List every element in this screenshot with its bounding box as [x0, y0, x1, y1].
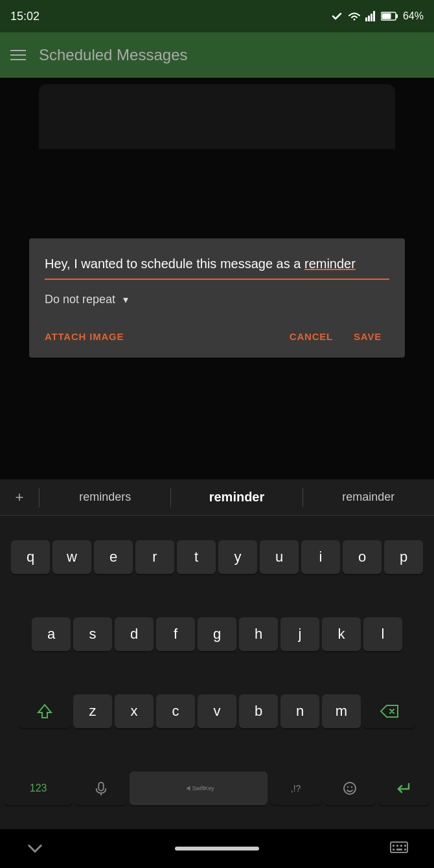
- key-rows: q w e r t y u i o p a s d f g h j k l: [0, 516, 434, 829]
- return-icon: [396, 781, 413, 795]
- dialog-message-text[interactable]: Hey, I wanted to schedule this message a…: [45, 254, 389, 273]
- key-j[interactable]: j: [280, 617, 319, 651]
- suggestion-right[interactable]: remainder: [303, 490, 434, 504]
- shift-key[interactable]: [19, 694, 71, 728]
- svg-rect-13: [391, 842, 407, 852]
- app-bar: Scheduled Messages: [0, 32, 434, 78]
- key-c[interactable]: c: [156, 694, 195, 728]
- mic-key[interactable]: [75, 771, 127, 805]
- svg-point-10: [344, 782, 356, 794]
- compose-dialog: Hey, I wanted to schedule this message a…: [29, 238, 405, 358]
- key-v[interactable]: v: [198, 694, 236, 728]
- svg-rect-0: [365, 17, 367, 21]
- svg-rect-2: [371, 14, 372, 21]
- svg-rect-19: [396, 849, 402, 851]
- page-title: Scheduled Messages: [39, 46, 187, 64]
- key-e[interactable]: e: [94, 540, 133, 574]
- svg-rect-1: [368, 16, 370, 21]
- backspace-key[interactable]: [363, 694, 415, 728]
- key-l[interactable]: l: [363, 617, 402, 651]
- home-pill[interactable]: [175, 847, 259, 851]
- key-p[interactable]: p: [384, 540, 423, 574]
- key-y[interactable]: y: [218, 540, 257, 574]
- dropdown-arrow-icon: ▾: [123, 293, 128, 306]
- svg-rect-14: [393, 845, 394, 847]
- bottom-nav-bar: [0, 829, 434, 868]
- attach-image-button[interactable]: ATTACH IMAGE: [45, 326, 124, 347]
- suggestion-center[interactable]: reminder: [171, 490, 302, 505]
- svg-rect-5: [396, 14, 398, 18]
- chevron-down-icon: [26, 839, 44, 858]
- key-k[interactable]: k: [322, 617, 361, 651]
- key-row-4: 123 SwiftKey ,!?: [0, 749, 434, 827]
- key-row-1: q w e r t y u i o p: [0, 518, 434, 595]
- main-area: Hey, I wanted to schedule this message a…: [0, 78, 434, 479]
- key-a[interactable]: a: [32, 617, 71, 651]
- dialog-actions: ATTACH IMAGE CANCEL SAVE: [45, 326, 389, 347]
- backspace-icon: [380, 704, 399, 718]
- status-bar: 15:02 64%: [0, 0, 434, 32]
- space-key[interactable]: SwiftKey: [130, 771, 268, 805]
- swiftkey-logo-icon: SwiftKey: [182, 783, 214, 794]
- key-s[interactable]: s: [73, 617, 112, 651]
- battery-percent: 64%: [403, 10, 424, 22]
- mic-icon: [94, 781, 108, 795]
- svg-rect-18: [393, 849, 394, 851]
- key-m[interactable]: m: [322, 694, 361, 728]
- key-row-3: z x c v b n m: [0, 672, 434, 749]
- status-time: 15:02: [10, 10, 40, 23]
- key-q[interactable]: q: [11, 540, 50, 574]
- key-n[interactable]: n: [280, 694, 319, 728]
- hamburger-menu-button[interactable]: [10, 50, 26, 60]
- suggestions-bar: + reminders reminder remainder: [0, 479, 434, 516]
- svg-rect-15: [396, 845, 398, 847]
- enter-key[interactable]: [378, 771, 430, 805]
- cancel-button[interactable]: CANCEL: [282, 326, 341, 347]
- key-f[interactable]: f: [156, 617, 195, 651]
- svg-rect-17: [404, 845, 406, 847]
- svg-rect-16: [400, 845, 402, 847]
- key-w[interactable]: w: [52, 540, 91, 574]
- signal-icon: [365, 11, 377, 21]
- number-mode-key[interactable]: 123: [4, 771, 73, 805]
- input-underline: [45, 279, 389, 280]
- key-d[interactable]: d: [115, 617, 154, 651]
- key-i[interactable]: i: [301, 540, 340, 574]
- repeat-selector-row[interactable]: Do not repeat ▾: [45, 293, 389, 306]
- collapse-keyboard-button[interactable]: [26, 839, 44, 858]
- wifi-icon: [347, 11, 361, 21]
- key-h[interactable]: h: [239, 617, 278, 651]
- svg-rect-3: [373, 11, 375, 21]
- keyboard-toggle-button[interactable]: [390, 841, 408, 856]
- svg-text:SwiftKey: SwiftKey: [192, 785, 214, 792]
- notification-icon: [330, 10, 343, 23]
- key-x[interactable]: x: [115, 694, 154, 728]
- svg-rect-20: [404, 849, 406, 851]
- battery-icon: [381, 11, 399, 21]
- keyboard-toggle-icon: [390, 841, 408, 856]
- key-b[interactable]: b: [239, 694, 278, 728]
- key-u[interactable]: u: [260, 540, 299, 574]
- shift-icon: [36, 702, 54, 720]
- key-row-2: a s d f g h j k l: [0, 595, 434, 672]
- key-g[interactable]: g: [198, 617, 236, 651]
- svg-point-11: [347, 786, 348, 787]
- svg-rect-7: [99, 782, 104, 790]
- add-suggestion-icon[interactable]: +: [0, 489, 39, 506]
- svg-point-12: [351, 786, 352, 787]
- highlighted-word: reminder: [304, 257, 356, 271]
- emoji-icon: [342, 781, 358, 796]
- emoji-key[interactable]: [325, 771, 376, 805]
- repeat-label: Do not repeat: [45, 293, 115, 306]
- key-z[interactable]: z: [73, 694, 112, 728]
- suggestion-left[interactable]: reminders: [40, 490, 170, 504]
- key-r[interactable]: r: [135, 540, 174, 574]
- key-o[interactable]: o: [343, 540, 382, 574]
- key-t[interactable]: t: [177, 540, 216, 574]
- status-icons: 64%: [330, 10, 424, 23]
- punctuation-key[interactable]: ,!?: [270, 771, 322, 805]
- save-button[interactable]: SAVE: [346, 326, 389, 347]
- dialog-overlay: Hey, I wanted to schedule this message a…: [0, 78, 434, 479]
- keyboard: + reminders reminder remainder q w e r t…: [0, 479, 434, 868]
- svg-rect-6: [382, 14, 391, 19]
